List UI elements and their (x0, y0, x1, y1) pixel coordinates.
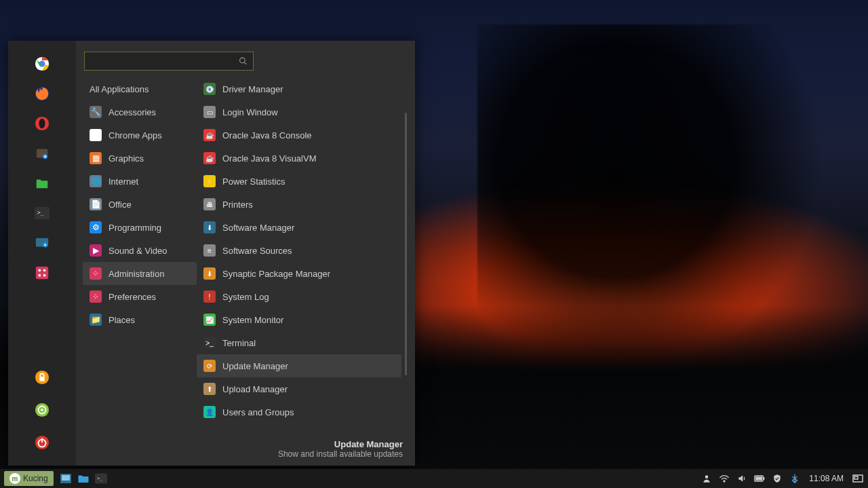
wifi-icon[interactable] (718, 472, 730, 485)
svg-rect-37 (854, 476, 858, 479)
app-power-statistics[interactable]: ⚡Power Statistics (197, 170, 401, 193)
app-software-manager[interactable]: ⬇Software Manager (197, 216, 401, 239)
category-label: All Applications (90, 84, 149, 94)
category-label: Office (108, 200, 132, 210)
app-software-sources[interactable]: ≡Software Sources (197, 239, 401, 262)
application-list: 💽Driver Manager▭Login Window☕Oracle Java… (197, 77, 408, 436)
svg-point-25 (240, 58, 245, 63)
favorite-dice[interactable] (31, 262, 53, 284)
app-icon: ⟳ (203, 360, 216, 372)
volume-icon[interactable] (736, 472, 748, 485)
category-office[interactable]: 📄Office (83, 193, 197, 216)
app-login-window[interactable]: ▭Login Window (197, 100, 401, 124)
app-terminal[interactable]: >_Terminal (197, 331, 401, 354)
session-shutdown[interactable] (31, 432, 53, 453)
session-logout[interactable] (31, 399, 53, 421)
category-label: Places (108, 315, 135, 325)
svg-point-31 (705, 475, 709, 478)
footer-description: Show and install available updates (83, 449, 403, 459)
category-icon: ⚙ (90, 221, 102, 233)
svg-text:>_: >_ (37, 209, 44, 216)
app-icon: 👤 (203, 406, 216, 418)
app-label: Software Sources (222, 246, 292, 256)
category-icon: 📁 (90, 314, 102, 326)
bluetooth-icon[interactable] (789, 472, 801, 485)
category-graphics[interactable]: ▦Graphics (83, 147, 197, 170)
svg-point-4 (39, 119, 45, 129)
category-all-applications[interactable]: All Applications (83, 77, 197, 100)
app-system-log[interactable]: !System Log (197, 285, 401, 308)
category-icon: ⁘ (90, 290, 102, 303)
app-printers[interactable]: 🖶Printers (197, 193, 401, 216)
launcher-show-desktop[interactable] (58, 472, 74, 485)
app-icon: ⬇ (203, 267, 216, 280)
category-programming[interactable]: ⚙Programming (83, 216, 197, 239)
favorite-software-manager[interactable] (31, 143, 53, 164)
category-label: Graphics (108, 153, 144, 164)
workspace-switcher-icon[interactable] (852, 472, 864, 485)
battery-icon[interactable] (753, 472, 766, 485)
category-chrome-apps[interactable]: ◉Chrome Apps (83, 124, 197, 147)
category-sound-video[interactable]: ▶Sound & Video (83, 239, 197, 262)
category-list: All Applications🔧Accessories◉Chrome Apps… (83, 77, 197, 436)
footer-title: Update Manager (83, 439, 403, 449)
app-label: Synaptic Package Manager (222, 269, 330, 279)
app-update-manager[interactable]: ⟳Update Manager (197, 354, 401, 377)
app-driver-manager[interactable]: 💽Driver Manager (197, 77, 401, 100)
app-oracle-java-8-console[interactable]: ☕Oracle Java 8 Console (197, 124, 401, 147)
app-icon: ≡ (203, 244, 216, 257)
favorite-terminal[interactable]: >_ (31, 202, 53, 224)
category-icon: ▶ (90, 244, 102, 257)
app-label: System Log (222, 292, 269, 302)
app-icon: ⬇ (203, 221, 216, 233)
app-icon: ▭ (203, 106, 216, 118)
app-upload-manager[interactable]: ⬆Upload Manager (197, 377, 401, 400)
category-label: Sound & Video (108, 246, 167, 256)
app-users-and-groups[interactable]: 👤Users and Groups (197, 400, 401, 424)
app-label: Upload Manager (222, 384, 288, 394)
category-internet[interactable]: 🌐Internet (83, 170, 197, 193)
session-lock[interactable] (31, 367, 53, 388)
favorite-opera[interactable] (31, 113, 53, 134)
application-menu: >_ All Applications🔧Accessories◉Chrome A… (8, 41, 415, 466)
app-icon: ! (203, 290, 216, 303)
app-label: System Monitor (222, 315, 283, 325)
app-oracle-java-8-visualvm[interactable]: ☕Oracle Java 8 VisualVM (197, 147, 401, 170)
app-icon: >_ (203, 337, 216, 349)
app-icon: 📈 (203, 314, 216, 326)
launcher-files[interactable] (75, 472, 92, 485)
category-icon: 🔧 (90, 106, 102, 118)
category-label: Internet (108, 176, 138, 187)
app-label: Update Manager (222, 361, 288, 371)
favorite-files[interactable] (31, 172, 53, 194)
taskbar: m Kucing >_ 11:08 AM (0, 469, 868, 488)
user-icon[interactable] (701, 472, 713, 485)
app-icon: ⚡ (203, 175, 216, 187)
shield-icon[interactable] (771, 472, 783, 485)
favorite-chrome[interactable] (31, 53, 53, 75)
favorite-firefox[interactable] (31, 83, 53, 105)
favorite-settings[interactable] (31, 232, 53, 254)
launcher-terminal[interactable]: >_ (93, 472, 109, 485)
svg-text:>_: >_ (97, 476, 103, 481)
app-label: Printers (222, 200, 253, 210)
app-label: Driver Manager (222, 84, 283, 94)
search-input[interactable] (85, 52, 227, 70)
app-system-monitor[interactable]: 📈System Monitor (197, 308, 401, 331)
category-label: Accessories (108, 107, 156, 117)
app-label: Oracle Java 8 Console (222, 130, 312, 140)
svg-point-15 (39, 274, 41, 277)
start-label: Kucing (23, 474, 48, 483)
wallpaper-decor (477, 24, 825, 366)
start-button[interactable]: m Kucing (4, 471, 54, 486)
app-label: Power Statistics (222, 176, 285, 187)
category-label: Preferences (108, 292, 156, 302)
svg-point-14 (43, 269, 46, 272)
menu-search[interactable] (84, 52, 254, 71)
category-preferences[interactable]: ⁘Preferences (83, 285, 197, 308)
app-synaptic-package-manager[interactable]: ⬇Synaptic Package Manager (197, 262, 401, 285)
category-administration[interactable]: ⁘Administration (83, 262, 197, 285)
svg-point-21 (41, 409, 43, 411)
category-accessories[interactable]: 🔧Accessories (83, 100, 197, 124)
category-places[interactable]: 📁Places (83, 308, 197, 331)
